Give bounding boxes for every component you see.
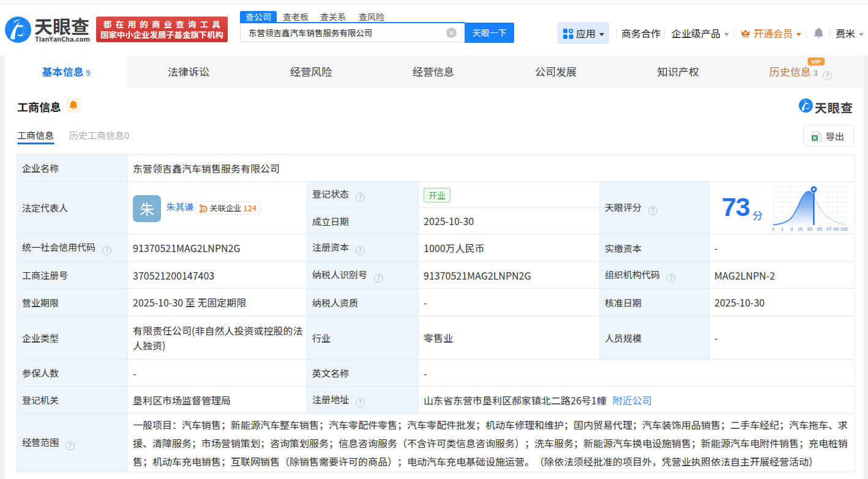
svg-text:3: 3 <box>790 226 793 232</box>
svg-text:85: 85 <box>817 226 822 232</box>
svg-text:VIP: VIP <box>812 58 821 65</box>
svg-text:0: 0 <box>772 226 774 232</box>
svg-text:97: 97 <box>826 226 831 232</box>
svg-text:1: 1 <box>781 226 784 232</box>
svg-text:50: 50 <box>807 226 812 232</box>
svg-text:15: 15 <box>798 226 803 232</box>
svg-text:100: 100 <box>840 226 848 232</box>
svg-text:99: 99 <box>834 226 839 232</box>
svg-text:企: 企 <box>202 205 206 211</box>
